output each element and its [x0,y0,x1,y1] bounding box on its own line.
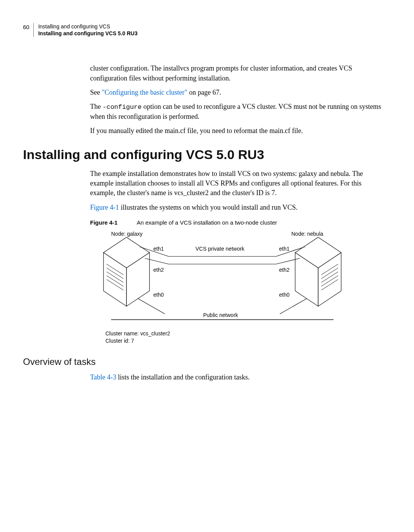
figure-caption: An example of a VCS installation on a tw… [137,219,277,226]
section-paragraph-1: The example installation demonstrates ho… [90,169,383,198]
intro-paragraph-2: See "Configuring the basic cluster" on p… [90,88,383,97]
diagram-label-eth1-left: eth1 [153,246,164,252]
section-heading: Installing and configuring VCS 5.0 RU3 [23,147,383,162]
link-figure-4-1[interactable]: Figure 4-1 [90,204,119,211]
link-table-4-3[interactable]: Table 4-3 [90,373,116,381]
diagram-label-eth1-right: eth1 [279,246,289,252]
diagram-label-eth2-right: eth2 [279,267,289,273]
subsection-content: Table 4-3 lists the installation and the… [90,373,383,382]
body-content: cluster configuration. The installvcs pr… [90,64,383,136]
svg-line-23 [280,299,307,314]
text-suffix: lists the installation and the configura… [116,373,250,381]
text-suffix: illustrates the systems on which you wou… [119,204,298,211]
figure-label: Figure 4-1 [90,219,118,226]
page: 60 Installing and configuring VCS Instal… [0,0,414,410]
network-diagram: Node: galaxy Node: nebula [100,230,383,327]
subsection-heading: Overview of tasks [23,356,383,367]
subsection-heading-text: Overview of tasks [23,356,95,367]
subsection-paragraph-1: Table 4-3 lists the installation and the… [90,373,383,382]
diagram-label-eth0-right: eth0 [279,292,289,298]
figure-caption-row: Figure 4-1 An example of a VCS installat… [90,219,383,226]
header-chapter: Installing and configuring VCS [38,23,138,30]
intro-paragraph-4: If you manually edited the main.cf file,… [90,126,383,136]
svg-line-22 [138,299,165,314]
diagram-label-private-network: VCS private network [196,246,245,252]
header-text: Installing and configuring VCS Installin… [38,23,138,37]
code-configure-option: -configure [102,103,141,111]
text-prefix: The [90,103,102,110]
header-section: Installing and configuring VCS 5.0 RU3 [38,30,138,37]
cluster-id-text: Cluster id: 7 [105,337,383,345]
page-number: 60 [23,23,30,30]
diagram-label-node-left: Node: galaxy [111,231,143,237]
text-suffix: on page 67. [187,89,221,96]
figure-subtext: Cluster name: vcs_cluster2 Cluster id: 7 [105,330,383,345]
intro-paragraph-1: cluster configuration. The installvcs pr… [90,64,383,83]
intro-paragraph-3: The -configure option can be used to rec… [90,102,383,122]
section-content: The example installation demonstrates ho… [90,169,383,345]
section-paragraph-2: Figure 4-1 illustrates the systems on wh… [90,203,383,212]
header-divider [33,23,34,37]
diagram-label-eth0-left: eth0 [153,292,164,298]
link-configuring-basic-cluster[interactable]: "Configuring the basic cluster" [102,89,187,96]
cluster-name-text: Cluster name: vcs_cluster2 [105,330,383,338]
text-prefix: See [90,89,102,96]
diagram-label-eth2-left: eth2 [153,267,164,273]
page-header: 60 Installing and configuring VCS Instal… [23,23,383,37]
diagram-label-node-right: Node: nebula [291,231,324,237]
diagram-label-public-network: Public network [203,312,238,318]
